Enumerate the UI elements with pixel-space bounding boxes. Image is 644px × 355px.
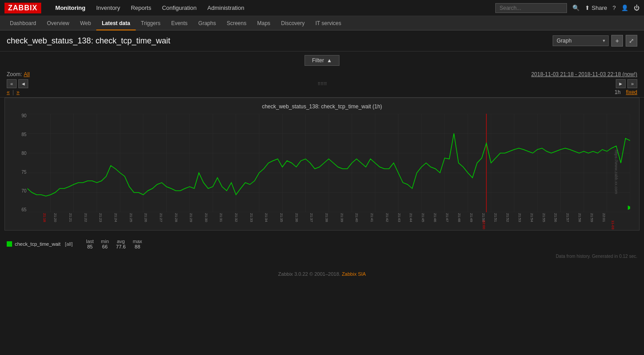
- controls-area: Zoom: All 2018-11-03 21:18 - 2018-11-03 …: [0, 69, 644, 98]
- period-back-far-link[interactable]: «: [7, 89, 10, 95]
- period-nav: « | »: [7, 89, 20, 95]
- time-range-display: 2018-11-03 21:18 - 2018-11-03 22:18 (now…: [531, 71, 637, 77]
- top-navigation: ZABBIX Monitoring Inventory Reports Conf…: [0, 0, 644, 16]
- legend-last-label: last: [86, 239, 94, 244]
- nav-configuration[interactable]: Configuration: [157, 0, 202, 16]
- legend-max-label: max: [133, 239, 142, 244]
- nav-fwd-button[interactable]: ►: [616, 79, 626, 88]
- nav-monitoring[interactable]: Monitoring: [50, 0, 91, 16]
- subnav-events[interactable]: Events: [166, 16, 193, 30]
- subnav-triggers[interactable]: Triggers: [136, 16, 166, 30]
- filter-label: Filter: [312, 57, 324, 64]
- subnav-overview[interactable]: Overview: [42, 16, 75, 30]
- sub-navigation: Dashboard Overview Web Latest data Trigg…: [0, 16, 644, 30]
- graph-type-selector-wrapper: Graph Values 500 latest values: [553, 35, 609, 46]
- nav-right: 🔍 ⬆ Share ? 👤 ⏻: [495, 3, 640, 13]
- footer-link[interactable]: Zabbix SIA: [342, 271, 366, 277]
- subnav-latest-data[interactable]: Latest data: [96, 16, 135, 30]
- nav-administration[interactable]: Administration: [202, 0, 249, 16]
- filter-bar: Filter ▲: [0, 51, 644, 69]
- zoom-all-link[interactable]: All: [24, 71, 30, 77]
- legend-color-indicator: [7, 241, 12, 247]
- chart-title: check_web_status_138: check_tcp_time_wai…: [5, 102, 639, 111]
- header-controls: Graph Values 500 latest values + ⤢: [553, 35, 637, 47]
- chart-arrow: [628, 205, 630, 210]
- legend-last: last 85: [86, 239, 94, 249]
- legend-max-value: 88: [135, 244, 140, 249]
- chart-svg-area: [27, 114, 630, 212]
- legend-name: check_tcp_time_wait: [15, 241, 60, 247]
- help-icon[interactable]: ?: [613, 4, 616, 11]
- time-nav-row: « ◄ ⠿⠿⠿ ► »: [7, 79, 637, 88]
- data-source-info: Data from history. Generated in 0.12 sec…: [0, 253, 644, 262]
- subnav-screens[interactable]: Screens: [221, 16, 252, 30]
- nav-fwd-far-button[interactable]: »: [627, 79, 637, 88]
- subnav-graphs[interactable]: Graphs: [193, 16, 221, 30]
- fixed-link[interactable]: fixed: [626, 89, 637, 95]
- power-icon[interactable]: ⏻: [634, 4, 640, 11]
- x-label-2200: 22:00: [482, 220, 486, 229]
- y-tick-80: 80: [9, 151, 26, 156]
- time-range-link[interactable]: 2018-11-03 21:18 - 2018-11-03 22:18 (now…: [531, 71, 637, 77]
- y-tick-70: 70: [9, 189, 26, 193]
- share-button[interactable]: ⬆ Share: [585, 4, 607, 11]
- y-tick-65: 65: [9, 208, 26, 212]
- filter-button[interactable]: Filter ▲: [305, 55, 340, 66]
- chart-svg: [27, 114, 630, 212]
- nav-inventory[interactable]: Inventory: [91, 0, 125, 16]
- nav-back-far-button[interactable]: «: [7, 79, 17, 88]
- period-right: 1h fixed: [614, 89, 637, 95]
- footer-text: Zabbix 3.0.22 © 2001–2018.: [278, 271, 340, 277]
- move-handle[interactable]: ⠿⠿⠿: [30, 79, 614, 88]
- graph-type-selector[interactable]: Graph Values 500 latest values: [553, 35, 609, 46]
- legend-min: min 66: [101, 239, 109, 249]
- y-axis: 90 85 80 75 70 65: [9, 114, 26, 212]
- search-icon[interactable]: 🔍: [572, 4, 580, 11]
- legend-min-label: min: [101, 239, 109, 244]
- filter-arrow-icon: ▲: [326, 57, 332, 64]
- subnav-dashboard[interactable]: Dashboard: [4, 16, 42, 30]
- x-label-2118: 21:18: [43, 213, 47, 222]
- nav-reports[interactable]: Reports: [125, 0, 157, 16]
- zoom-row: Zoom: All 2018-11-03 21:18 - 2018-11-03 …: [7, 71, 637, 77]
- right-side-label: https://www.zabb.xx.com: [614, 150, 618, 194]
- y-tick-85: 85: [9, 133, 26, 137]
- period-fwd-far-link[interactable]: »: [17, 89, 20, 95]
- legend-last-value: 85: [87, 244, 93, 249]
- period-separator: |: [13, 89, 14, 95]
- x-axis: 11-03 21:18 21:18 21:20 21:21 21:22 21:2…: [27, 212, 630, 230]
- legend: check_tcp_time_wait [all] last 85 min 66…: [0, 235, 644, 253]
- add-button[interactable]: +: [611, 35, 623, 47]
- y-tick-90: 90: [9, 114, 26, 118]
- legend-max: max 88: [133, 239, 142, 249]
- period-row: « | » 1h fixed: [7, 89, 637, 95]
- zoom-label: Zoom:: [7, 71, 22, 77]
- chart-inner: 90 85 80 75 70 65: [5, 114, 639, 230]
- legend-avg-label: avg: [117, 239, 125, 244]
- search-input[interactable]: [495, 3, 567, 13]
- chart-wrapper: check_web_status_138: check_tcp_time_wai…: [4, 98, 640, 231]
- duration-label: 1h: [614, 89, 620, 95]
- legend-avg-value: 77.6: [116, 244, 125, 249]
- user-icon[interactable]: 👤: [621, 4, 628, 11]
- legend-stats: last 85 min 66 avg 77.6 max 88: [86, 239, 142, 249]
- subnav-maps[interactable]: Maps: [252, 16, 275, 30]
- zoom-section: Zoom: All: [7, 71, 30, 77]
- subnav-web[interactable]: Web: [75, 16, 96, 30]
- footer: Zabbix 3.0.22 © 2001–2018. Zabbix SIA: [0, 262, 644, 286]
- y-tick-75: 75: [9, 170, 26, 175]
- legend-min-value: 66: [102, 244, 107, 249]
- page-header: check_web_status_138: check_tcp_time_wai…: [0, 30, 644, 51]
- nav-back-button[interactable]: ◄: [18, 79, 28, 88]
- legend-range: [all]: [65, 241, 73, 247]
- legend-avg: avg 77.6: [116, 239, 125, 249]
- subnav-discovery[interactable]: Discovery: [276, 16, 310, 30]
- fullscreen-button[interactable]: ⤢: [626, 35, 637, 47]
- page-title: check_web_status_138: check_tcp_time_wai…: [7, 36, 170, 46]
- logo[interactable]: ZABBIX: [4, 3, 41, 13]
- legend-item: check_tcp_time_wait [all]: [7, 241, 73, 247]
- subnav-it-services[interactable]: IT services: [310, 16, 347, 30]
